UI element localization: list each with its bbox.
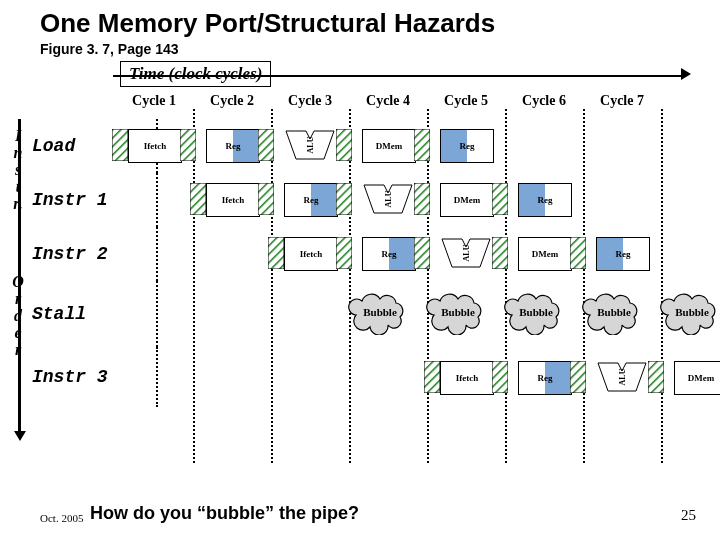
time-arrow	[113, 73, 683, 81]
page-title: One Memory Port/Structural Hazards	[40, 8, 720, 39]
stage-dmem: DMem	[518, 237, 570, 269]
footer-question: How do you “bubble” the pipe?	[90, 503, 359, 524]
stage-reg: Reg	[518, 361, 570, 393]
stage-bubble: Bubble	[350, 297, 410, 329]
stage-ifetch: Ifetch	[128, 129, 180, 161]
instr-row-label: Instr 3	[28, 347, 158, 407]
stage-alu: ALU	[440, 237, 492, 269]
stage-reg: Reg	[362, 237, 414, 269]
stage-bubble: Bubble	[506, 297, 566, 329]
page-number: 25	[681, 507, 696, 524]
cycle-header: Cycle 3	[271, 93, 349, 109]
stage-reg: Reg	[206, 129, 258, 161]
stage-alu: ALU	[596, 361, 648, 393]
stage-dmem: DMem	[440, 183, 492, 215]
cycle-header: Cycle 5	[427, 93, 505, 109]
stage-bubble: Bubble	[428, 297, 488, 329]
stage-dmem: DMem	[674, 361, 720, 393]
pipeline-diagram: Cycle 1 Cycle 2 Cycle 3 Cycle 4 Cycle 5 …	[10, 93, 710, 463]
cycle-header: Cycle 1	[115, 93, 193, 109]
cycle-header: Cycle 4	[349, 93, 427, 109]
stage-reg: Reg	[284, 183, 336, 215]
stage-bubble: Bubble	[662, 297, 720, 329]
stage-dmem: DMem	[362, 129, 414, 161]
stage-reg: Reg	[440, 129, 492, 161]
cycle-header: Cycle 6	[505, 93, 583, 109]
stage-alu: ALU	[284, 129, 336, 161]
stage-bubble: Bubble	[584, 297, 644, 329]
cycle-header: Cycle 2	[193, 93, 271, 109]
instr-row-label: Instr 1	[28, 173, 158, 227]
instr-label-top: I n s t r.	[10, 127, 26, 212]
stage-reg: Reg	[596, 237, 648, 269]
cycle-header: Cycle 7	[583, 93, 661, 109]
stage-ifetch: Ifetch	[206, 183, 258, 215]
instr-row-label: Stall	[28, 281, 158, 347]
stage-reg: Reg	[518, 183, 570, 215]
stage-ifetch: Ifetch	[440, 361, 492, 393]
instr-label-bot: O r d e r	[10, 273, 26, 358]
footer-date: Oct. 2005	[40, 512, 83, 524]
stage-alu: ALU	[362, 183, 414, 215]
instr-row-label: Instr 2	[28, 227, 158, 281]
stage-ifetch: Ifetch	[284, 237, 336, 269]
figure-ref: Figure 3. 7, Page 143	[40, 41, 720, 57]
